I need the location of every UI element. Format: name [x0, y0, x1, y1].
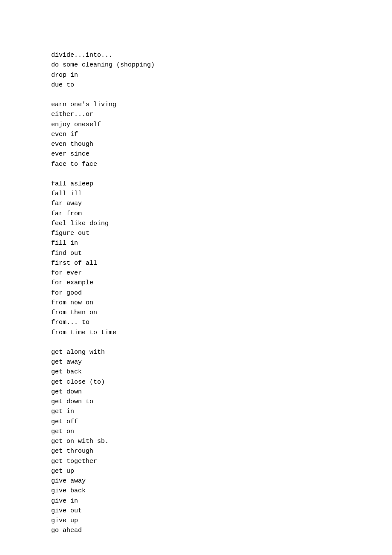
phrase-line: face to face: [51, 159, 392, 169]
phrase-line: give away: [51, 476, 392, 486]
phrase-line: get through: [51, 446, 392, 456]
phrase-line: from... to: [51, 318, 392, 327]
phrase-line: drop in: [51, 70, 392, 80]
phrase-line: give back: [51, 486, 392, 496]
phrase-line: ever since: [51, 149, 392, 159]
phrase-line: get down to: [51, 397, 392, 407]
phrase-line: earn one's living: [51, 100, 392, 110]
phrase-line: for good: [51, 288, 392, 298]
phrase-line: even if: [51, 130, 392, 139]
phrase-line: figure out: [51, 228, 392, 238]
phrase-line: first of all: [51, 258, 392, 268]
phrase-line: get on: [51, 427, 392, 436]
phrase-line: get together: [51, 457, 392, 466]
phrase-line: get close (to): [51, 377, 392, 387]
phrase-line: get off: [51, 417, 392, 427]
phrase-line: far from: [51, 209, 392, 219]
phrase-line: go ahead: [51, 526, 392, 535]
phrase-line: either...or: [51, 110, 392, 119]
phrase-line: for ever: [51, 268, 392, 278]
phrase-line: for example: [51, 278, 392, 288]
phrase-line: from now on: [51, 298, 392, 308]
phrase-line: get in: [51, 407, 392, 416]
phrase-line: from then on: [51, 308, 392, 318]
document-page: divide...into... do some cleaning (shopp…: [0, 0, 392, 555]
phrase-line: feel like doing: [51, 219, 392, 228]
phrase-line: get along with: [51, 347, 392, 357]
phrase-line: get up: [51, 466, 392, 476]
phrase-line: find out: [51, 249, 392, 258]
phrase-line: get back: [51, 367, 392, 377]
phrase-line: get on with sb.: [51, 436, 392, 446]
phrase-line: fall asleep: [51, 179, 392, 189]
phrase-line: due to: [51, 80, 392, 90]
phrase-line: fill in: [51, 238, 392, 248]
phrase-line: give up: [51, 516, 392, 526]
phrase-line: give in: [51, 496, 392, 506]
phrase-block: divide...into... do some cleaning (shopp…: [51, 50, 392, 90]
phrase-block: earn one's living either...or enjoy ones…: [51, 100, 392, 169]
phrase-line: divide...into...: [51, 50, 392, 60]
phrase-line: even though: [51, 139, 392, 149]
phrase-line: from time to time: [51, 328, 392, 338]
phrase-line: far away: [51, 199, 392, 208]
phrase-line: give out: [51, 506, 392, 516]
phrase-block: get along with get away get back get clo…: [51, 347, 392, 536]
phrase-block: fall asleep fall ill far away far from f…: [51, 179, 392, 338]
phrase-line: fall ill: [51, 189, 392, 199]
phrase-line: enjoy oneself: [51, 120, 392, 130]
phrase-line: get down: [51, 387, 392, 397]
phrase-line: get away: [51, 357, 392, 367]
phrase-line: do some cleaning (shopping): [51, 60, 392, 70]
